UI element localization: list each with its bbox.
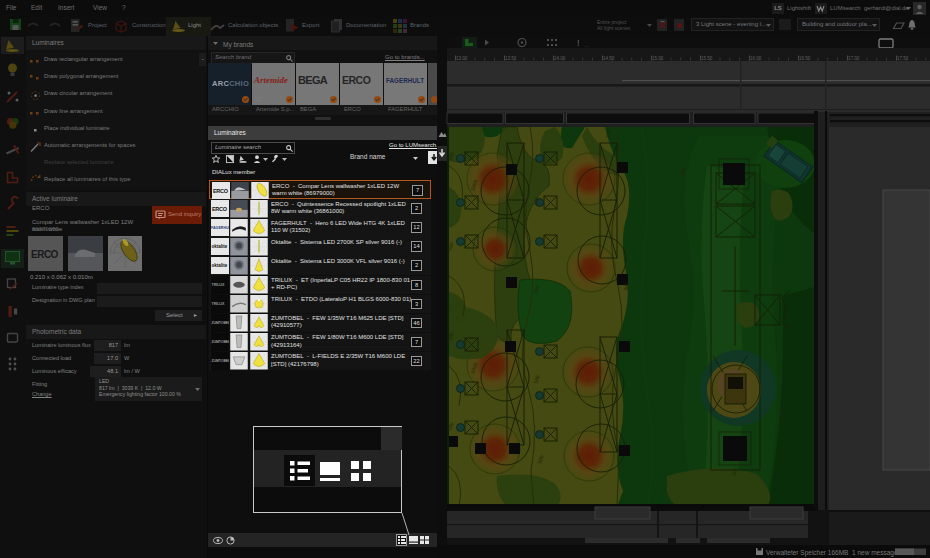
svg-text:13.00: 13.00 bbox=[456, 56, 468, 61]
svg-text:Verwalteter Speicher 166MB: Verwalteter Speicher 166MB bbox=[766, 549, 848, 557]
svg-text:16.50: 16.50 bbox=[799, 56, 811, 61]
svg-text:14.50: 14.50 bbox=[603, 56, 615, 61]
svg-text:14.00: 14.00 bbox=[554, 56, 566, 61]
svg-text:13.50: 13.50 bbox=[505, 56, 517, 61]
svg-text:15.00: 15.00 bbox=[652, 56, 664, 61]
svg-text:17.00: 17.00 bbox=[848, 56, 860, 61]
svg-text:16.00: 16.00 bbox=[750, 56, 762, 61]
svg-text:15.50: 15.50 bbox=[701, 56, 713, 61]
svg-text:1 new message: 1 new message bbox=[852, 549, 898, 557]
svg-text:17.50: 17.50 bbox=[897, 56, 909, 61]
svg-text:...: ... bbox=[584, 42, 589, 48]
svg-text:!: ! bbox=[577, 38, 580, 48]
